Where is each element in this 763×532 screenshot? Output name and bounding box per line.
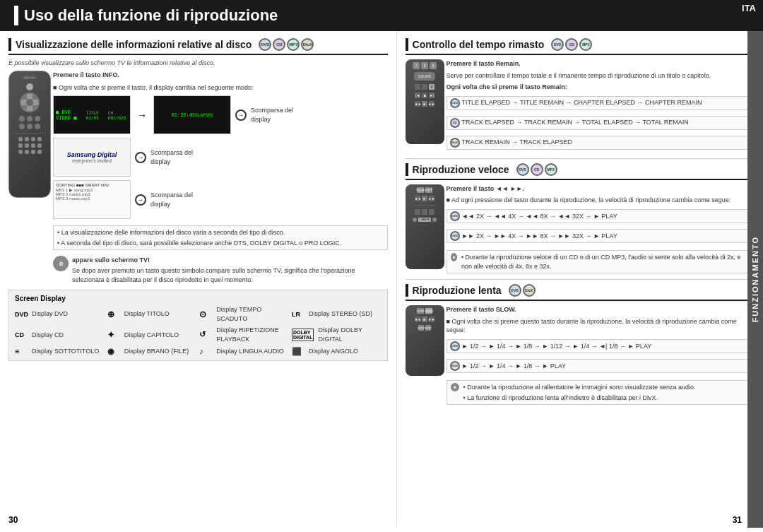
lenta-seq-1-row: DVD ► 1/2 → ► 1/4 → ► 1/8 → ► 1/12 → ► 1… <box>446 339 755 353</box>
left-column: Visualizzazione delle informazioni relat… <box>0 31 397 528</box>
lenta-seq-2: ► 1/2 → ► 1/4 → ► 1/8 → ► PLAY <box>462 362 567 371</box>
display-angolo: ⬛ Display ANGOLO <box>292 347 382 356</box>
cd-icon: CD <box>273 38 285 51</box>
screen-image-1b: 01:23:45 ELAPSED <box>153 95 231 134</box>
veloce-desc: ■ Ad ogni pressione del tasto durante la… <box>446 196 755 205</box>
tempo-mp3-icon: MP3 <box>579 38 592 51</box>
screen-row-3: SORTING ■■■ SMART NAV MP3 1 ▶ song.mp3 M… <box>53 180 388 219</box>
veloce-remote: REM RPT ◄◄ ► ►► <box>406 184 441 273</box>
display-sottotitolo: ≡ Display SOTTOTITOLO <box>15 347 105 356</box>
display-tempo: ⊙ Display TEMPO SCADUTO <box>199 305 289 323</box>
lenta-note-2: • La funzione di riproduzione lenta all'… <box>463 394 696 403</box>
tempo-header: Controllo del tempo rimasto DVD CD MP3 <box>406 38 755 55</box>
screen-row-2: Samsung Digital everyone's invited → Sco… <box>53 138 388 177</box>
display-dvd: DVD Display DVD <box>15 305 105 323</box>
veloce-seq-1: ◄◄ 2X → ◄◄ 4X → ◄◄ 8X → ◄◄ 32X → ► PLAY <box>462 212 617 221</box>
veloce-bar <box>406 163 408 176</box>
warning-section: ⊘ appare sullo schermo TV! Se dopo aver … <box>53 256 388 284</box>
scomparsa-2: Scomparsa del display <box>150 148 207 166</box>
tempo-title: Controllo del tempo rimasto <box>413 39 545 50</box>
divx-icon: DivX <box>301 38 314 51</box>
veloce-seq-2-row: DVD ►► 2X → ►► 4X → ►► 8X → ►► 32X → ► P… <box>446 229 755 243</box>
tempo-dvd-icon: DVD <box>551 38 564 51</box>
display-dolby: DOLBYDIGITAL Display DOLBY DIGITAL <box>292 326 382 343</box>
arrow-circle-3: → <box>135 194 146 206</box>
tempo-bold-label: Ogni volta che si preme il tasto Remain: <box>446 83 755 92</box>
scomparsa-3: Scomparsa del display <box>150 191 207 208</box>
lenta-note-1: • Durante la riproduzione al rallentator… <box>463 383 696 392</box>
tempo-cd-icon: CD <box>565 38 578 51</box>
main-title-bar: Uso della funzione di riproduzione <box>0 0 763 31</box>
tempo-content: 7 8 9 SOUND 0 |◄ ■ ►| <box>406 59 755 151</box>
tempo-desc: Serve per controllare il tempo totale e … <box>446 71 755 81</box>
veloce-instructions: Premere il tasto ◄◄ ►►. ■ Ad ogni pressi… <box>446 184 755 273</box>
veloce-mp3: MP3 <box>545 163 557 176</box>
lenta-bar <box>406 284 408 297</box>
tempo-disc-icons: DVD CD MP3 <box>551 38 592 51</box>
page-number-left: 30 <box>8 515 18 525</box>
veloce-header: Riproduzione veloce DVD CD MP3 <box>406 163 755 180</box>
display-grid: DVD Display DVD ⊕ Display TITOLO ⊙ Displ… <box>15 305 382 355</box>
arrow-circle-2: → <box>135 152 146 163</box>
display-titolo: ⊕ Display TITOLO <box>107 305 197 323</box>
lenta-title: Riproduzione lenta <box>413 285 502 296</box>
tempo-section: Controllo del tempo rimasto DVD CD MP3 7… <box>406 38 755 151</box>
ita-badge: ITA <box>735 0 763 16</box>
display-brano: ◉ Display BRANO (FILE) <box>107 347 197 356</box>
screen-mp3: SORTING ■■■ SMART NAV MP3 1 ▶ song.mp3 M… <box>53 180 131 219</box>
remote-dpad <box>20 93 40 112</box>
right-column: Controllo del tempo rimasto DVD CD MP3 7… <box>397 31 763 528</box>
display-capitolo: ✦ Display CAPITOLO <box>107 326 197 343</box>
divider-2 <box>406 279 755 280</box>
screen-samsung: Samsung Digital everyone's invited <box>53 138 131 177</box>
veloce-cd: CD <box>531 163 543 176</box>
mp3-icon: MP3 <box>287 38 300 51</box>
warning-title: appare sullo schermo TV! <box>72 256 388 265</box>
viz-section-bar <box>8 38 11 51</box>
tempo-remote: 7 8 9 SOUND 0 |◄ ■ ►| <box>406 59 441 151</box>
tempo-seq-dvd: DVD TITLE ELAPSED → TITLE REMAIN → CHAPT… <box>446 96 755 110</box>
tempo-seq-cd: CD TRACK ELAPSED → TRACK REMAIN → TOTAL … <box>446 116 755 130</box>
veloce-section: Riproduzione veloce DVD CD MP3 REM RPT <box>406 163 755 273</box>
lenta-instructions: Premere il tasto SLOW. ■ Ogni volta che … <box>446 305 755 405</box>
veloce-press: Premere il tasto ◄◄ ►►. <box>446 184 755 194</box>
screen-display-section: Screen Display DVD Display DVD ⊕ Display… <box>8 290 388 360</box>
veloce-content: REM RPT ◄◄ ► ►► <box>406 184 755 273</box>
title-bar-accent <box>14 6 18 25</box>
tempo-instructions: Premere il tasto Remain. Serve per contr… <box>446 59 755 151</box>
lenta-desc: ■ Ogni volta che si preme questo tasto d… <box>446 317 755 335</box>
lenta-content: STOP SLOW ◄◄ ► ►► STEP SKIP <box>406 305 755 405</box>
lenta-section: Riproduzione lenta DVD DivX STOP SLOW <box>406 284 755 405</box>
warning-desc: Se dopo aver premuto un tasto questo sim… <box>72 266 388 284</box>
viz-notes: • La visualizzazione delle informazioni … <box>53 225 388 250</box>
lenta-note: ● • Durante la riproduzione al rallentat… <box>446 380 755 405</box>
viz-main-content: MENU <box>8 71 388 284</box>
lenta-disc-icons: DVD DivX <box>509 284 536 297</box>
lenta-dvd: DVD <box>509 284 521 297</box>
viz-section-title: Visualizzazione delle informazioni relat… <box>16 39 252 50</box>
veloce-disc-icons: DVD CD MP3 <box>516 163 557 176</box>
display-stereo: LR Display STEREO (SD) <box>292 305 382 323</box>
viz-note-2: • A seconda del tipo di disco, sarà poss… <box>57 239 341 248</box>
lenta-mini-remote: STOP SLOW ◄◄ ► ►► STEP SKIP <box>406 305 444 376</box>
press-info-text: Premere il tasto INFO. <box>53 71 388 80</box>
remote-sim: MENU <box>8 71 51 198</box>
screen-image-1: ■ DVD VIDEO ■ TITLE 01/05 CH 002/020 <box>53 95 131 134</box>
press-info-desc: ■ Ogni volta che si preme il tasto, il d… <box>53 83 388 93</box>
funzionamento-label: FUNZIONAMENTO <box>751 236 759 322</box>
arrow-1: → <box>135 110 149 121</box>
funzionamento-bar: FUNZIONAMENTO <box>747 31 763 528</box>
tempo-section-bar <box>406 38 408 51</box>
lenta-header: Riproduzione lenta DVD DivX <box>406 284 755 301</box>
tempo-mini-remote: 7 8 9 SOUND 0 |◄ ■ ►| <box>406 59 444 144</box>
veloce-seq-1-row: DVD ◄◄ 2X → ◄◄ 4X → ◄◄ 8X → ◄◄ 32X → ► P… <box>446 209 755 223</box>
screen-display-title: Screen Display <box>15 295 382 302</box>
viz-section-header: Visualizzazione delle informazioni relat… <box>8 38 388 55</box>
display-ripetizione: ↺ Display RIPETIZIONE PLAYBACK <box>199 326 289 343</box>
tempo-press: Premere il tasto Remain. <box>446 59 755 69</box>
lenta-press: Premere il tasto SLOW. <box>446 305 755 314</box>
lenta-remote: STOP SLOW ◄◄ ► ►► STEP SKIP <box>406 305 441 405</box>
viz-disc-icons: DVD CD MP3 DivX <box>259 38 314 51</box>
veloce-title: Riproduzione veloce <box>413 164 509 175</box>
divider-1 <box>406 158 755 159</box>
